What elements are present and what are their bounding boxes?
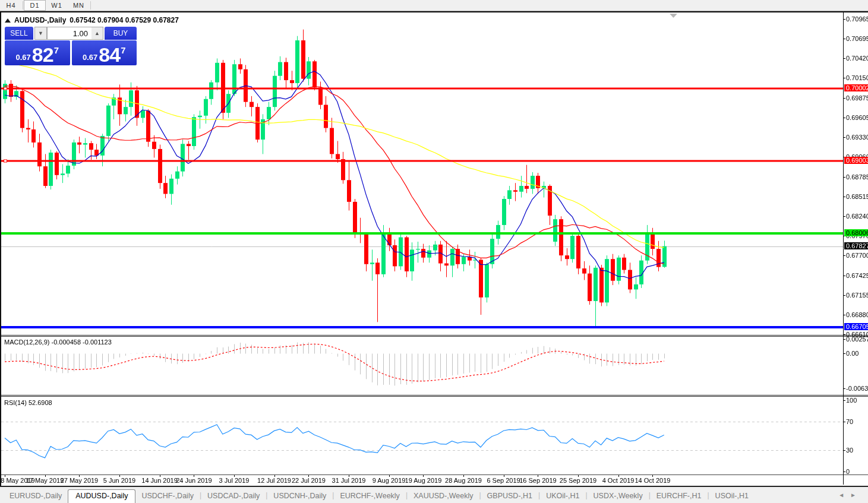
date-axis-label: 24 Jun 2019 [176, 477, 212, 484]
price-line-badge: 0.70002 [844, 84, 868, 91]
date-axis-label: 14 Oct 2019 [635, 477, 670, 484]
buy-price-prefix: 0.67 [83, 52, 97, 64]
tab-scroll-arrows: ◄► [838, 492, 862, 498]
sell-tab[interactable]: SELL [5, 27, 33, 40]
date-axis-label: 5 Jun 2019 [103, 477, 135, 484]
chart-tab-usoil-h1[interactable]: USOil-,H1 [709, 490, 755, 503]
price-axis-tick: 0.69605 [846, 114, 868, 121]
metatrader-window: H4 D1 W1 MN AUDUSD-,Daily 0.67542 0.6790… [0, 0, 868, 503]
price-line-badge: 0.69003 [844, 157, 868, 164]
chart-tab-eurchf-h1[interactable]: EURCHF-,H1 [651, 490, 708, 503]
chart-tab-eurchf-weekly[interactable]: EURCHF-,Weekly [334, 490, 405, 503]
rsi-axis-tick: 100 [846, 397, 857, 404]
date-axis-label: 3 Jul 2019 [219, 477, 250, 484]
price-axis-tick: 0.67425 [846, 272, 868, 279]
macd-indicator-label: MACD(12,26,9) -0.000458 -0.001123 [4, 339, 112, 346]
chart-tab-eurusd-daily[interactable]: EURUSD-,Daily [4, 490, 68, 503]
down-arrow-icon: ▼ [38, 30, 43, 36]
chart-tab-ukoil-h1[interactable]: UKOil-,H1 [540, 490, 585, 503]
buy-price-pip: 7 [121, 45, 125, 55]
date-axis-label: 27 May 2019 [61, 477, 99, 484]
chart-tabs: EURUSD-,DailyAUDUSD-,DailyUSDCHF-,Daily|… [4, 489, 755, 503]
chart-tab-audusd-daily[interactable]: AUDUSD-,Daily [68, 489, 135, 503]
timeframe-d1-button[interactable]: D1 [24, 0, 46, 11]
chart-ohlc-values: 0.67542 0.67904 0.67529 0.67827 [70, 16, 179, 24]
volume-input[interactable]: 1.00 [47, 27, 91, 40]
price-axis-tick: 0.66880 [846, 311, 868, 318]
price-axis-tick: 0.70420 [846, 55, 868, 62]
timeframe-w1-button[interactable]: W1 [46, 0, 68, 11]
rsi-indicator-label: RSI(14) 52.6908 [4, 399, 52, 406]
price-axis-tick: 0.68515 [846, 193, 868, 200]
date-axis-label: 16 Sep 2019 [519, 477, 556, 484]
rsi-axis-tick: 30 [846, 447, 853, 454]
macd-name: MACD(12,26,9) [4, 339, 49, 346]
collapse-trade-panel-icon[interactable] [5, 18, 11, 23]
one-click-trading-panel: SELL ▼ 1.00 ▲ BUY 0.67 82 7 0.67 84 7 [5, 27, 137, 65]
date-axis-label: 9 Aug 2019 [373, 477, 406, 484]
chart-tab-xauusd-weekly[interactable]: XAUUSD-,Weekly [408, 490, 479, 503]
date-axis-label: 12 Jul 2019 [257, 477, 291, 484]
rsi-name-value: RSI(14) 52.6908 [4, 399, 52, 406]
chart-tab-usdcad-daily[interactable]: USDCAD-,Daily [201, 490, 266, 503]
chart-title: AUDUSD-,Daily 0.67542 0.67904 0.67529 0.… [5, 16, 179, 24]
macd-values: -0.000458 -0.001123 [51, 339, 111, 346]
rsi-axis-tick: 0 [846, 468, 850, 475]
date-axis-label: 19 Aug 2019 [405, 477, 442, 484]
chart-symbol-period: AUDUSD-,Daily [14, 16, 66, 24]
timeframe-toolbar: H4 D1 W1 MN [0, 0, 868, 11]
price-axis-tick: 0.69875 [846, 94, 868, 102]
macd-axis-tick: 0.002574 [846, 336, 868, 343]
toolbar-separator [90, 1, 91, 10]
rsi-axis-tick: 70 [846, 418, 853, 425]
tab-scroll-left-icon[interactable]: ◄ [838, 492, 850, 498]
window-border-top [0, 11, 868, 12]
price-axis-tick: 0.70150 [846, 74, 868, 81]
price-line-badge: 0.66705 [844, 323, 868, 330]
up-arrow-icon: ▲ [94, 30, 100, 36]
buy-price-big: 84 [99, 46, 120, 64]
date-axis-label: 25 Sep 2019 [560, 477, 596, 484]
date-axis-label: 6 Sep 2019 [487, 477, 520, 484]
buy-tab[interactable]: BUY [105, 27, 137, 40]
tab-scroll-right-icon[interactable]: ► [850, 492, 862, 498]
date-axis-label: 22 Jul 2019 [292, 477, 326, 484]
price-axis-tick: 0.67155 [846, 292, 868, 299]
timeframe-mn-button[interactable]: MN [68, 0, 90, 11]
chart-tab-usdchf-daily[interactable]: USDCHF-,Daily [135, 490, 200, 503]
sell-price-button[interactable]: 0.67 82 7 [5, 40, 70, 65]
chart-tab-usdx-weekly[interactable]: USDX-,Weekly [588, 490, 649, 503]
toolbar-separator [23, 1, 23, 10]
date-axis-label: 17 May 2019 [26, 477, 64, 484]
chart-tab-gbpusd-h1[interactable]: GBPUSD-,H1 [481, 490, 538, 503]
buy-price-button[interactable]: 0.67 84 7 [72, 40, 137, 65]
price-axis-tick: 0.69330 [846, 134, 868, 141]
price-axis-tick: 0.68785 [846, 173, 868, 181]
date-axis-label: 28 Aug 2019 [445, 477, 482, 484]
chart-tab-usdcnh-daily[interactable]: USDCNH-,Daily [267, 490, 332, 503]
price-line-badge: 0.68006 [844, 229, 868, 236]
date-axis-label: 31 Jul 2019 [332, 477, 366, 484]
sell-price-prefix: 0.67 [16, 52, 31, 64]
price-axis-tick: 0.70695 [846, 35, 868, 42]
price-chart-canvas[interactable] [0, 0, 868, 503]
bid-price-badge: 0.67827 [844, 242, 868, 249]
macd-axis-tick: -0.006326 [846, 385, 868, 392]
volume-increase-button[interactable]: ▲ [91, 27, 103, 40]
price-axis-tick: 0.67700 [846, 252, 868, 259]
sell-price-pip: 7 [54, 45, 59, 55]
date-axis-label: 14 Jun 2019 [141, 477, 178, 484]
price-axis-tick: 0.68240 [846, 213, 868, 220]
timeframe-h4-button[interactable]: H4 [0, 0, 22, 11]
macd-axis-tick: 0.00 [846, 350, 858, 357]
volume-decrease-button[interactable]: ▼ [34, 27, 47, 40]
date-axis-label: 4 Oct 2019 [602, 477, 635, 484]
sell-price-big: 82 [32, 46, 53, 64]
price-axis-tick: 0.70965 [846, 15, 868, 23]
chart-tab-bar: EURUSD-,DailyAUDUSD-,DailyUSDCHF-,Daily|… [0, 487, 868, 503]
window-border-left [0, 12, 1, 486]
